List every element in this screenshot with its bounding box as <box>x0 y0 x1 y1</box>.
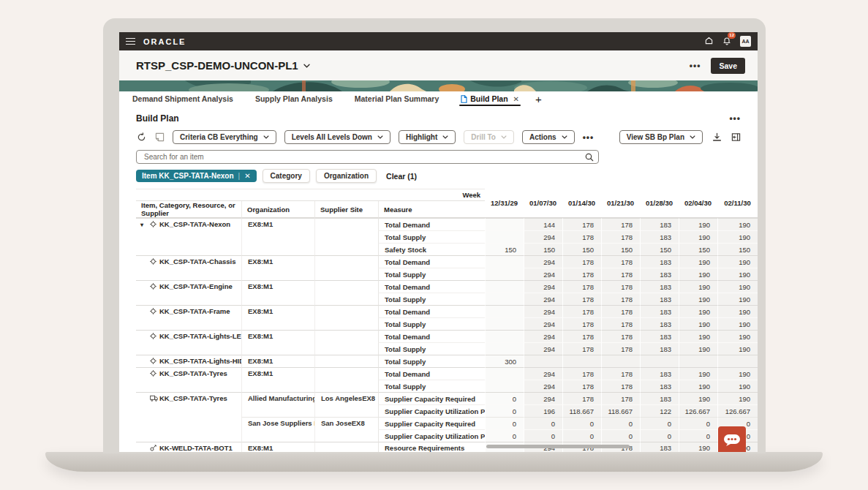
open-panel-icon[interactable] <box>731 132 741 143</box>
value-cell[interactable]: 190 <box>717 305 758 317</box>
value-cell[interactable]: 0 <box>562 429 601 442</box>
item-cell[interactable]: KK_CSP-TATA-Lights-LED <box>136 330 241 355</box>
value-cell[interactable]: 294 <box>524 367 562 380</box>
value-cell[interactable] <box>485 218 524 230</box>
value-cell[interactable]: 190 <box>717 255 758 268</box>
value-cell[interactable]: 183 <box>640 255 679 268</box>
item-cell[interactable]: KK_CSP-TATA-Tyres <box>136 392 241 442</box>
value-cell[interactable]: 122 <box>640 404 679 417</box>
value-cell[interactable] <box>485 280 524 293</box>
value-cell[interactable]: 0 <box>524 417 562 429</box>
item-cell[interactable]: KK_CSP-TATA-Frame <box>136 305 241 330</box>
value-cell[interactable]: 190 <box>679 305 717 317</box>
value-cell[interactable]: 178 <box>601 218 640 230</box>
value-cell[interactable]: 183 <box>640 280 679 293</box>
value-cell[interactable]: 183 <box>640 367 679 380</box>
value-cell[interactable]: 118.667 <box>601 404 640 417</box>
note-icon[interactable] <box>154 132 165 143</box>
value-cell[interactable]: 190 <box>717 218 758 230</box>
value-cell[interactable]: 294 <box>524 392 562 404</box>
value-cell[interactable]: 190 <box>679 442 717 452</box>
value-cell[interactable]: 294 <box>524 330 562 342</box>
value-cell[interactable]: 118.667 <box>562 404 601 417</box>
value-cell[interactable]: 178 <box>562 317 601 330</box>
value-cell[interactable] <box>485 380 524 392</box>
search-input[interactable] <box>136 150 599 164</box>
home-icon[interactable] <box>704 35 714 48</box>
item-cell[interactable]: KK_CSP-TATA-Lights-HID <box>136 355 241 367</box>
value-cell[interactable] <box>485 367 524 380</box>
value-cell[interactable]: 144 <box>524 218 562 230</box>
item-cell[interactable]: KK_CSP-TATA-Tyres <box>136 367 241 392</box>
value-cell[interactable]: 183 <box>640 330 679 342</box>
value-cell[interactable]: 294 <box>524 317 562 330</box>
value-cell[interactable] <box>601 355 640 367</box>
value-cell[interactable]: 294 <box>524 280 562 293</box>
value-cell[interactable]: 178 <box>562 392 601 404</box>
value-cell[interactable]: 178 <box>562 280 601 293</box>
item-cell[interactable]: ▾KK_CSP-TATA-Nexon <box>136 218 241 255</box>
value-cell[interactable]: 178 <box>601 255 640 268</box>
view-dropdown[interactable]: View SB Bp Plan <box>619 130 703 144</box>
plan-more-actions-icon[interactable]: ••• <box>690 63 701 69</box>
value-cell[interactable]: 190 <box>717 317 758 330</box>
category-filter-chip[interactable]: Category <box>263 169 310 183</box>
refresh-icon[interactable] <box>136 132 146 143</box>
value-cell[interactable]: 183 <box>640 317 679 330</box>
value-cell[interactable]: 0 <box>485 404 524 417</box>
plan-title-dropdown[interactable]: RTSP_CSP-DEMO-UNCON-PL1 <box>136 59 310 72</box>
value-cell[interactable]: 190 <box>679 367 717 380</box>
value-cell[interactable]: 183 <box>640 380 679 392</box>
value-cell[interactable]: 183 <box>640 293 679 305</box>
value-cell[interactable]: 190 <box>717 268 758 280</box>
chat-widget-button[interactable] <box>718 426 746 452</box>
value-cell[interactable]: 190 <box>717 380 758 392</box>
value-cell[interactable]: 196 <box>524 404 562 417</box>
close-tab-icon[interactable]: ✕ <box>513 95 519 103</box>
value-cell[interactable]: 190 <box>679 268 717 280</box>
value-cell[interactable]: 0 <box>524 429 562 442</box>
value-cell[interactable]: 0 <box>485 392 524 404</box>
value-cell[interactable]: 183 <box>640 305 679 317</box>
search-icon[interactable] <box>585 151 594 165</box>
value-cell[interactable]: 190 <box>717 230 758 243</box>
value-cell[interactable] <box>485 342 524 355</box>
value-cell[interactable]: 150 <box>717 243 758 255</box>
value-cell[interactable]: 190 <box>679 255 717 268</box>
clear-filters-link[interactable]: Clear (1) <box>386 172 417 181</box>
value-cell[interactable]: 150 <box>485 243 524 255</box>
value-cell[interactable]: 190 <box>679 330 717 342</box>
value-cell[interactable]: 126.667 <box>717 404 758 417</box>
value-cell[interactable] <box>524 355 562 367</box>
value-cell[interactable]: 190 <box>679 392 717 404</box>
remove-filter-icon[interactable]: ✕ <box>244 172 250 180</box>
hamburger-menu-icon[interactable] <box>126 38 135 45</box>
value-cell[interactable]: 0 <box>601 429 640 442</box>
value-cell[interactable] <box>485 268 524 280</box>
value-cell[interactable]: 190 <box>679 317 717 330</box>
item-cell[interactable]: KK_CSP-TATA-Engine <box>136 280 241 305</box>
highlight-dropdown[interactable]: Highlight <box>399 130 456 144</box>
value-cell[interactable]: 294 <box>524 268 562 280</box>
value-cell[interactable]: 126.667 <box>679 404 717 417</box>
value-cell[interactable] <box>485 255 524 268</box>
value-cell[interactable]: 150 <box>562 243 601 255</box>
value-cell[interactable] <box>485 317 524 330</box>
value-cell[interactable] <box>562 355 601 367</box>
value-cell[interactable]: 178 <box>601 330 640 342</box>
value-cell[interactable]: 0 <box>640 417 679 429</box>
levels-dropdown[interactable]: Levels All Levels Down <box>284 130 390 144</box>
value-cell[interactable]: 183 <box>640 342 679 355</box>
value-cell[interactable]: 178 <box>601 367 640 380</box>
value-cell[interactable]: 178 <box>601 342 640 355</box>
value-cell[interactable]: 178 <box>562 255 601 268</box>
value-cell[interactable]: 190 <box>717 367 758 380</box>
value-cell[interactable]: 178 <box>601 380 640 392</box>
value-cell[interactable] <box>640 355 679 367</box>
value-cell[interactable] <box>485 330 524 342</box>
save-button[interactable]: Save <box>711 58 745 74</box>
value-cell[interactable]: 294 <box>524 293 562 305</box>
value-cell[interactable]: 190 <box>679 380 717 392</box>
criteria-dropdown[interactable]: Criteria CB Everything <box>173 130 276 144</box>
add-tab-button[interactable]: + <box>535 91 542 106</box>
